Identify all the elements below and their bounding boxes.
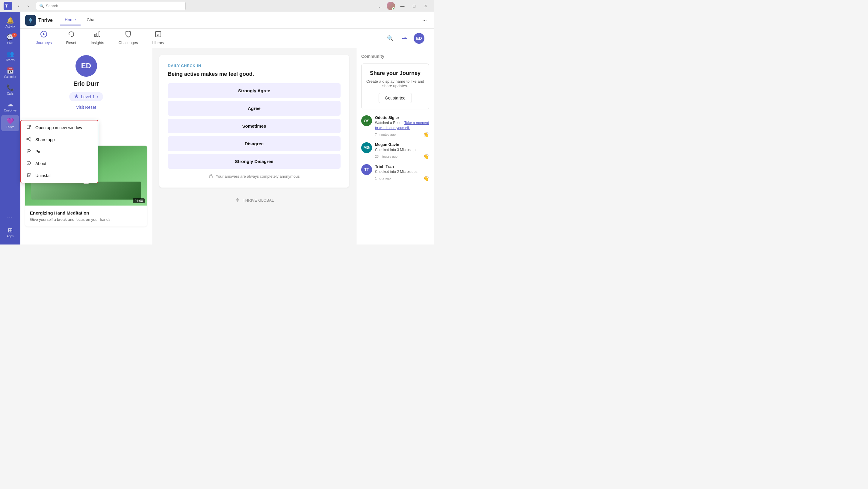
uninstall-icon [26, 173, 32, 179]
context-share-app[interactable]: Share app [21, 134, 98, 146]
app-header-tabs: Home Chat [60, 15, 100, 26]
video-duration: 01:00 [133, 198, 145, 203]
feed-text-os: Watched a Reset. Take a moment to watch … [375, 120, 429, 131]
svg-text:T: T [5, 4, 8, 8]
tab-challenges[interactable]: Challenges [113, 27, 144, 50]
feed-content-mg: Megan Gavin Checked into 3 Microsteps. 2… [375, 142, 429, 159]
context-open-new-window[interactable]: Open app in new window [21, 122, 98, 134]
community-feed: OS Odette Sigler Watched a Reset. Take a… [361, 115, 429, 181]
teams-icon: 👥 [7, 50, 14, 58]
maximize-button[interactable]: □ [410, 2, 418, 9]
sidebar-item-chat[interactable]: 💬 Chat 2 [1, 31, 19, 47]
video-title: Energizing Hand Meditation [30, 210, 142, 215]
sidebar-item-onedrive[interactable]: ☁ OneDrive [1, 98, 19, 115]
app-header: Thrive Home Chat ··· [20, 12, 434, 29]
calendar-icon: 📅 [7, 67, 14, 74]
sidebar-bottom: ··· ⊞ Apps [1, 212, 19, 245]
level-label: Level 1 [81, 94, 95, 99]
tab-home[interactable]: Home [60, 15, 81, 26]
answer-strongly-disagree[interactable]: Strongly Disagree [168, 154, 341, 169]
activity-icon: 🔔 [7, 17, 14, 24]
open-new-window-icon [26, 125, 32, 131]
chat-badge: 2 [12, 33, 17, 37]
sidebar-label-activity: Activity [5, 25, 15, 28]
check-in-label: DAILY CHECK-IN [168, 63, 341, 68]
user-avatar[interactable] [387, 2, 395, 10]
sidebar-item-thrive[interactable]: 💜 Thrive [1, 115, 19, 131]
sidebar-item-activity[interactable]: 🔔 Activity [1, 14, 19, 31]
tab-reset[interactable]: Reset [60, 27, 82, 50]
video-info: Energizing Hand Meditation Give yourself… [25, 206, 147, 226]
level-icon [74, 94, 79, 99]
svg-point-15 [29, 162, 29, 162]
svg-rect-7 [99, 32, 100, 36]
user-initials-button[interactable]: ED [414, 33, 425, 44]
tab-library[interactable]: Library [147, 27, 170, 50]
context-pin[interactable]: Pin [21, 146, 98, 158]
context-uninstall[interactable]: Uninstall [21, 170, 98, 182]
share-journey-title: Share your Journey [366, 70, 424, 77]
tab-insights[interactable]: Insights [85, 27, 110, 50]
feed-name-mg: Megan Gavin [375, 142, 429, 147]
tab-journeys[interactable]: Journeys [30, 27, 58, 50]
get-started-button[interactable]: Get started [379, 93, 412, 103]
close-button[interactable]: ✕ [421, 2, 430, 9]
svg-marker-4 [43, 33, 45, 35]
titlebar-more-button[interactable]: ... [375, 1, 384, 10]
tab-label-library: Library [152, 40, 164, 45]
svg-rect-0 [4, 2, 12, 10]
titlebar: T ‹ › 🔍 Search ... — □ ✕ [0, 0, 434, 12]
sidebar-label-thrive: Thrive [6, 126, 14, 129]
visit-reset-link[interactable]: Visit Reset [76, 105, 96, 110]
feed-name-tt: Trinh Tran [375, 164, 429, 169]
tab-chat[interactable]: Chat [82, 15, 100, 26]
sidebar-item-more[interactable]: ··· [1, 212, 19, 223]
wave-icon: 👋 [423, 176, 429, 181]
more-icon: ··· [7, 215, 13, 220]
feed-time-tt: 1 hour ago 👋 [375, 176, 429, 181]
svg-rect-6 [97, 33, 98, 36]
feed-item: OS Odette Sigler Watched a Reset. Take a… [361, 115, 429, 137]
video-description: Give yourself a break and focus on your … [30, 217, 142, 222]
share-journey-description: Create a display name to like and share … [366, 79, 424, 88]
main-tabs: Journeys Reset [20, 29, 434, 48]
main-tabs-actions: 🔍 ED [385, 33, 425, 44]
forward-button[interactable]: › [24, 2, 32, 10]
wave-icon: 👋 [423, 154, 429, 159]
search-bar[interactable]: 🔍 Search [36, 2, 186, 10]
search-button[interactable]: 🔍 [385, 33, 396, 44]
apps-icon: ⊞ [8, 226, 13, 234]
tab-label-journeys: Journeys [36, 40, 52, 45]
minimize-button[interactable]: — [398, 2, 408, 9]
app-header-logo [25, 15, 36, 26]
context-menu: Open app in new window Share app [20, 120, 98, 183]
sidebar-label-onedrive: OneDrive [4, 109, 17, 112]
feed-item: MG Megan Gavin Checked into 3 Microsteps… [361, 142, 429, 159]
context-about[interactable]: About [21, 158, 98, 170]
content-area: Thrive Home Chat ··· Journe [20, 12, 434, 245]
reset-icon [68, 31, 75, 39]
anonymous-text: Your answers are always completely anony… [216, 174, 300, 179]
answer-disagree[interactable]: Disagree [168, 136, 341, 151]
feed-time-os: 7 minutes ago 👋 [375, 132, 429, 137]
sidebar-item-calendar[interactable]: 📅 Calendar [1, 65, 19, 81]
sidebar-label-calls: Calls [7, 92, 13, 95]
sidebar-item-teams[interactable]: 👥 Teams [1, 48, 19, 64]
sidebar-item-calls[interactable]: 📞 Calls [1, 82, 19, 98]
search-placeholder: Search [46, 4, 58, 8]
feed-content-tt: Trinh Tran Checked into 2 Microsteps. 1 … [375, 164, 429, 181]
anonymous-note: Your answers are always completely anony… [168, 174, 341, 179]
thrive-footer: THRIVE GLOBAL [159, 192, 349, 208]
answer-strongly-agree[interactable]: Strongly Agree [168, 83, 341, 98]
app-header-more[interactable]: ··· [420, 16, 429, 25]
teams-logo: T [4, 2, 12, 10]
answer-sometimes[interactable]: Sometimes [168, 119, 341, 133]
sidebar-label-apps: Apps [7, 235, 14, 238]
answer-agree[interactable]: Agree [168, 101, 341, 116]
feed-content-os: Odette Sigler Watched a Reset. Take a mo… [375, 115, 429, 137]
titlebar-actions: ... — □ ✕ [375, 1, 430, 10]
back-button[interactable]: ‹ [14, 2, 23, 10]
feed-avatar-tt: TT [361, 164, 372, 175]
sidebar-item-apps[interactable]: ⊞ Apps [1, 224, 19, 240]
share-button[interactable] [399, 33, 410, 44]
